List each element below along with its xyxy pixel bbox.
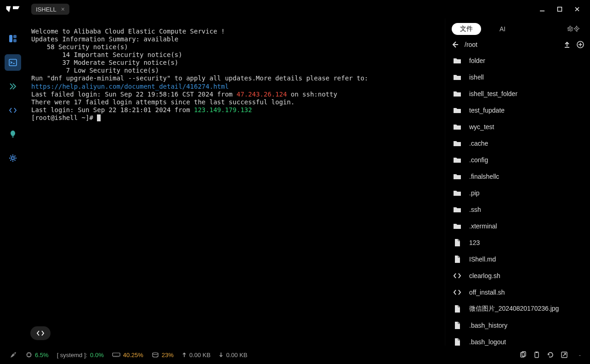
ip-failed: 47.243.26.124 xyxy=(237,91,287,98)
file-row[interactable]: 微信图片_20240820170236.jpg xyxy=(451,301,584,317)
file-row[interactable]: IShell.md xyxy=(451,251,584,267)
close-window-icon[interactable] xyxy=(574,6,582,12)
close-icon[interactable]: × xyxy=(61,6,65,13)
tab-ishell[interactable]: ISHELL × xyxy=(31,4,69,15)
folder-icon xyxy=(453,122,462,131)
status-bar: 6.5% [ systemd ]: 0.0% 40.25% 23% 0.00 K… xyxy=(0,346,590,364)
sidebar-terminal-icon[interactable] xyxy=(5,54,21,71)
rocket-icon[interactable] xyxy=(9,351,17,359)
folder-icon xyxy=(453,73,462,82)
sidebar-code-icon[interactable] xyxy=(5,102,21,119)
net-down-stat: 0.00 KB xyxy=(219,352,247,358)
script-icon xyxy=(453,288,462,297)
svg-rect-3 xyxy=(13,35,17,38)
file-row[interactable]: .bash_logout xyxy=(451,334,584,346)
svg-rect-7 xyxy=(12,136,14,137)
terminal-line: Updates Information Summary: available xyxy=(31,35,439,43)
folder-icon xyxy=(453,155,462,165)
terminal-line: Last login: Sun Sep 22 18:21:01 2024 fro… xyxy=(31,106,439,114)
maximize-icon[interactable] xyxy=(557,6,564,12)
terminal-line: Last failed login: Sun Sep 22 19:58:16 C… xyxy=(31,91,439,98)
folder-icon xyxy=(453,188,462,198)
file-row[interactable]: .pip xyxy=(451,185,584,201)
file-row[interactable]: .xterminal xyxy=(451,218,584,234)
sidebar-settings-icon[interactable] xyxy=(5,150,21,166)
cpu-stat: 6.5% xyxy=(26,352,49,358)
path-row: /root xyxy=(445,38,590,52)
file-name: .pip xyxy=(469,189,480,197)
file-name: off_install.sh xyxy=(469,289,505,296)
file-name: test_fupdate xyxy=(469,107,505,114)
svg-rect-2 xyxy=(9,35,12,42)
window-controls xyxy=(539,6,586,12)
file-name: .finalshellc xyxy=(469,173,499,180)
sidebar-panels-icon[interactable] xyxy=(5,30,21,47)
right-panel: 文件 AI 命令 /root folderishellishell_test_f… xyxy=(445,18,590,346)
memory-stat: 40.25% xyxy=(112,352,143,358)
file-row[interactable]: .config xyxy=(451,152,584,168)
svg-rect-13 xyxy=(27,353,31,357)
sidebar-help-icon[interactable] xyxy=(5,126,21,142)
folder-icon xyxy=(453,56,462,65)
file-name: folder xyxy=(469,57,485,64)
file-name: IShell.md xyxy=(469,256,496,263)
terminal-output[interactable]: Welcome to Alibaba Cloud Elastic Compute… xyxy=(26,18,445,346)
copy-icon[interactable] xyxy=(519,351,527,358)
file-row[interactable]: .bash_history xyxy=(451,317,584,334)
file-icon xyxy=(453,255,462,264)
minimize-icon[interactable] xyxy=(539,6,547,12)
file-row[interactable]: ishell_test_folder xyxy=(451,85,584,102)
current-path[interactable]: /root xyxy=(465,41,558,48)
memory-icon xyxy=(112,352,120,358)
right-tabs: 文件 AI 命令 xyxy=(445,18,590,38)
disk-stat: 23% xyxy=(152,352,174,358)
file-row[interactable]: clearlog.sh xyxy=(451,267,584,284)
tab-ai[interactable]: AI xyxy=(496,23,509,34)
ip-last-login: 123.149.179.132 xyxy=(194,106,252,114)
terminal-link[interactable]: https://help.aliyun.com/document_detail/… xyxy=(31,83,229,90)
terminal-cursor xyxy=(97,114,101,121)
refresh-icon[interactable] xyxy=(547,351,554,358)
up-icon xyxy=(182,352,187,358)
file-name: 123 xyxy=(469,239,480,246)
file-list: folderishellishell_test_foldertest_fupda… xyxy=(445,52,590,346)
terminal-prompt-line: [root@ishell ~]# xyxy=(31,114,439,122)
file-icon xyxy=(453,337,462,346)
systemd-stat: [ systemd ]: 0.0% xyxy=(57,352,104,358)
cpu-value: 6.5% xyxy=(35,352,49,358)
tab-cmd[interactable]: 命令 xyxy=(563,23,584,35)
sidebar-connections-icon[interactable] xyxy=(5,78,21,95)
upload-icon[interactable] xyxy=(563,41,571,48)
file-row[interactable]: .cache xyxy=(451,135,584,152)
file-name: .bash_logout xyxy=(469,338,506,346)
file-name: 微信图片_20240820170236.jpg xyxy=(469,305,559,313)
file-row[interactable]: test_fupdate xyxy=(451,102,584,119)
file-icon xyxy=(453,304,462,313)
fullscreen-icon[interactable] xyxy=(561,351,568,358)
file-name: ishell_test_folder xyxy=(469,90,517,97)
file-row[interactable]: 123 xyxy=(451,234,584,251)
file-icon xyxy=(453,321,462,330)
file-row[interactable]: wyc_test xyxy=(451,119,584,135)
paste-icon[interactable] xyxy=(533,351,540,358)
file-row[interactable]: folder xyxy=(451,52,584,69)
net-down-value: 0.00 KB xyxy=(226,352,247,358)
file-row[interactable]: .ssh xyxy=(451,201,584,218)
script-icon xyxy=(453,271,462,280)
terminal-line: There were 17 failed login attempts sinc… xyxy=(31,98,439,106)
svg-rect-0 xyxy=(540,11,545,11)
add-icon[interactable] xyxy=(576,40,584,49)
memory-value: 40.25% xyxy=(123,352,143,358)
sidebar-left xyxy=(0,18,26,346)
file-row[interactable]: ishell xyxy=(451,69,584,85)
svg-point-8 xyxy=(11,157,14,159)
file-row[interactable]: .finalshellc xyxy=(451,168,584,185)
status-dash: - xyxy=(579,352,581,358)
file-row[interactable]: off_install.sh xyxy=(451,284,584,301)
folder-icon xyxy=(453,139,462,148)
tab-files[interactable]: 文件 xyxy=(452,23,481,35)
folder-icon xyxy=(453,89,462,98)
terminal-line: 7 Low Security notice(s) xyxy=(31,67,439,74)
back-icon[interactable] xyxy=(451,40,459,49)
code-toggle-button[interactable] xyxy=(30,326,51,340)
